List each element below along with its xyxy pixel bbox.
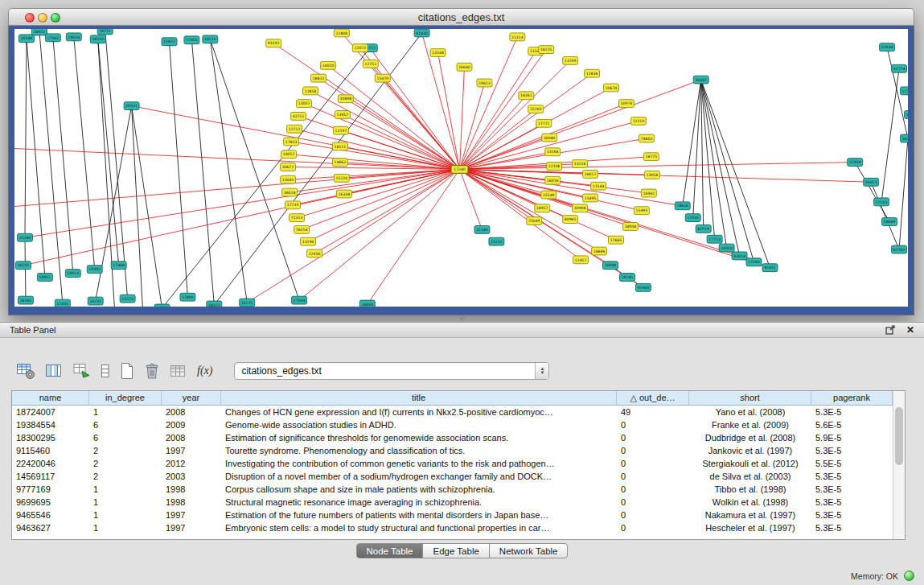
close-window-button[interactable] [25,13,35,23]
graph-node[interactable]: 16338 [336,190,351,198]
tab-node-table[interactable]: Node Table [356,543,424,558]
graph-node[interactable]: 93914 [732,252,747,260]
graph-node[interactable]: 16963 [154,304,170,307]
graph-node[interactable]: 17771 [536,119,552,127]
graph-node[interactable]: 16231 [88,297,103,305]
graph-node[interactable]: 15549 [541,191,556,199]
graph-node[interactable]: 11544 [591,182,606,190]
graph-node[interactable]: 18121 [332,142,347,150]
graph-node[interactable]: 13045 [281,175,296,183]
new-file-icon[interactable] [119,360,135,381]
graph-node[interactable]: 15822 [162,38,177,46]
graph-node[interactable]: 16105 [15,262,31,270]
graph-node[interactable]: 17833 [284,138,299,146]
import-table-icon[interactable] [169,360,188,381]
graph-node[interactable]: 17733 [285,201,301,209]
graph-node[interactable]: 80965 [563,216,578,224]
graph-node[interactable]: 12072 [352,44,368,52]
graph-node[interactable]: 92450 [635,283,651,291]
edit-table-icon[interactable] [72,360,92,381]
graph-node[interactable]: 59013 [65,270,80,278]
graph-node[interactable]: 10674 [604,84,619,92]
table-row[interactable]: 977716911998Corpus callosum shape and si… [12,483,905,496]
graph-node[interactable]: 15163 [528,105,544,113]
column-header[interactable]: title [221,391,617,406]
network-canvas[interactable]: 1634818922175611903418250167111582217455… [14,29,908,307]
graph-node[interactable]: 18450 [719,244,734,252]
graph-node[interactable]: 17035 [685,214,700,222]
graph-node[interactable]: 18250 [90,35,105,43]
graph-node[interactable]: 13058 [644,171,659,179]
graph-node[interactable]: 17201 [55,299,70,307]
graph-node[interactable]: 74850 [639,134,654,142]
table-row[interactable]: 911546021997Tourette syndrome. Phenomeno… [12,444,905,457]
graph-node[interactable]: 12712 [287,125,302,133]
delete-icon[interactable] [144,360,160,381]
graph-node[interactable]: 12456 [307,249,322,257]
graph-node[interactable]: 21314 [510,33,525,41]
graph-node[interactable]: 22808 [334,29,349,37]
graph-node[interactable]: 17260 [746,258,762,266]
table-row[interactable]: 1938455462009Genome-wide association stu… [12,418,905,431]
table-row[interactable]: 946554611997Estimation of the future num… [12,509,905,521]
graph-node[interactable]: 17704 [901,87,908,95]
graph-node[interactable]: 92451 [762,264,778,272]
graph-node[interactable]: 71313 [290,214,305,222]
graph-node[interactable]: 67919 [696,225,711,233]
graph-node[interactable]: 92774 [892,64,907,72]
graph-node[interactable]: 13007 [297,100,312,108]
graph-node[interactable]: 16948 [603,262,618,270]
graph-node[interactable]: 18957 [535,204,550,212]
graph-node[interactable]: 16348 [18,35,34,43]
graph-node[interactable]: 16273 [905,111,908,119]
graph-node[interactable]: 17713 [707,235,722,243]
zoom-window-button[interactable] [51,13,60,23]
graph-node[interactable]: 16942 [641,189,656,197]
graph-node[interactable]: 18225 [539,46,554,54]
graph-node[interactable]: 15936 [880,43,895,51]
graph-node[interactable]: 13164 [545,148,561,156]
graph-node[interactable]: 59051 [37,274,52,282]
minimize-window-button[interactable] [38,13,47,23]
graph-node[interactable]: 75049 [527,217,542,225]
table-row[interactable]: 1456911722003Disruption of a novel membe… [12,470,905,483]
graph-node[interactable]: 14020 [320,61,335,69]
combo-stepper-icon[interactable]: ▲▼ [535,363,548,379]
graph-node[interactable]: 16016 [545,176,561,184]
graph-hub-node[interactable]: 17240 [451,166,468,174]
graph-node[interactable]: 19034 [66,33,81,41]
graph-node[interactable]: 15184 [474,225,490,233]
graph-node[interactable]: 16053 [864,178,879,186]
graph-node[interactable]: 12751 [363,60,378,68]
graph-node[interactable]: 17890 [180,293,195,301]
graph-node[interactable]: 16017 [583,170,598,178]
table-settings-icon[interactable] [16,360,35,381]
rows-icon[interactable] [101,360,110,381]
graph-node[interactable]: 15958 [848,159,863,167]
graph-node[interactable]: 13196 [301,237,316,245]
graph-node[interactable]: 15495 [583,194,598,202]
graph-node[interactable]: 12197 [333,126,348,134]
graph-node[interactable]: 13216 [573,160,588,168]
graph-node[interactable]: 14662 [332,159,347,167]
graph-node[interactable]: 20531 [124,102,139,110]
graph-node[interactable]: 19245 [619,274,634,282]
graph-node[interactable]: 12210 [630,117,646,125]
citation-network-graph[interactable]: 1634818922175611903418250167111582217455… [14,29,908,307]
graph-node[interactable]: 67762 [892,245,907,253]
graph-node[interactable]: 13709 [563,57,578,65]
column-header[interactable]: pagerank [811,391,893,406]
graph-node[interactable]: 15493 [634,207,649,215]
graph-node[interactable]: 12858 [303,87,318,95]
column-header[interactable]: year [162,391,221,406]
function-icon[interactable]: f(x) [197,360,212,381]
tab-edge-table[interactable]: Edge Table [422,543,489,558]
tab-network-table[interactable]: Network Table [489,543,569,558]
graph-node[interactable]: 17455 [184,36,199,44]
graph-node[interactable]: 15992 [87,266,102,274]
graph-node[interactable]: 16725 [240,299,255,307]
show-columns-icon[interactable] [44,360,64,381]
graph-node[interactable]: 18235 [901,134,908,142]
table-row[interactable]: 946362711997Embryonic stem cells: a mode… [12,521,905,534]
table-row[interactable]: 2242004622012Investigating the contribut… [12,457,905,470]
